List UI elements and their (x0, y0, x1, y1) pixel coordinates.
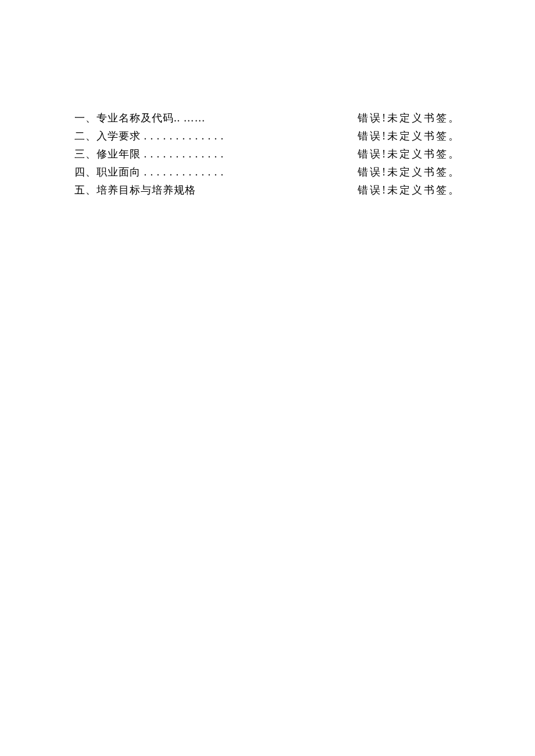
toc-entry: 二、入学要求 . . . . . . . . . . . . . 错误!未定义书… (74, 127, 461, 145)
toc-entry: 一、专业名称及代码.. …… 错误!未定义书签。 (74, 109, 461, 127)
toc-entry-error: 错误!未定义书签。 (358, 145, 461, 163)
toc-entry: 三、修业年限 . . . . . . . . . . . . . 错误!未定义书… (74, 145, 461, 163)
toc-entry-label: 一、专业名称及代码.. …… (74, 109, 206, 127)
toc-entry-label: 四、职业面向 . . . . . . . . . . . . . (74, 163, 224, 181)
toc-entry-label: 五、培养目标与培养规格 (74, 181, 196, 199)
table-of-contents: 一、专业名称及代码.. …… 错误!未定义书签。 二、入学要求 . . . . … (74, 109, 461, 199)
toc-entry-label: 二、入学要求 . . . . . . . . . . . . . (74, 127, 224, 145)
toc-entry-label: 三、修业年限 . . . . . . . . . . . . . (74, 145, 224, 163)
toc-entry: 五、培养目标与培养规格 错误!未定义书签。 (74, 181, 461, 199)
toc-entry-error: 错误!未定义书签。 (358, 109, 461, 127)
toc-entry: 四、职业面向 . . . . . . . . . . . . . 错误!未定义书… (74, 163, 461, 181)
toc-entry-error: 错误!未定义书签。 (358, 127, 461, 145)
toc-entry-error: 错误!未定义书签。 (358, 163, 461, 181)
toc-entry-error: 错误!未定义书签。 (358, 181, 461, 199)
